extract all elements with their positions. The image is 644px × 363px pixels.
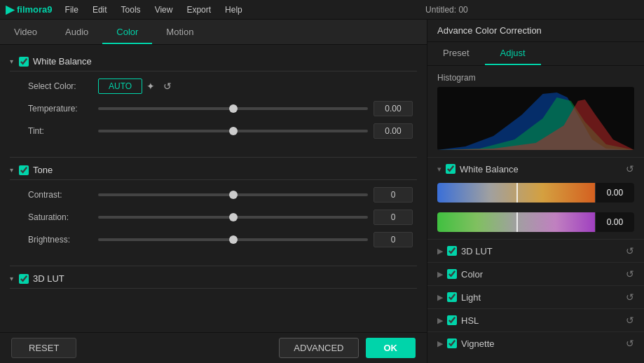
ok-button[interactable]: OK <box>366 338 416 358</box>
right-item-vignette[interactable]: ▶ Vignette ↺ <box>427 331 644 355</box>
vignette-right-label: Vignette <box>461 338 494 349</box>
tone-saturation-slider-container <box>98 216 368 219</box>
left-tabs: Video Audio Color Motion <box>0 20 427 45</box>
color-right-reset-icon[interactable]: ↺ <box>626 268 634 280</box>
section-tone-header[interactable]: ▾ Tone <box>0 160 427 179</box>
tab-color[interactable]: Color <box>102 21 152 44</box>
right-wb-label: White Balance <box>460 164 519 174</box>
menu-view[interactable]: View <box>148 4 180 16</box>
tone-saturation-slider[interactable] <box>98 216 368 219</box>
tone-contrast-slider[interactable] <box>98 193 368 196</box>
wb-tint-slider-container <box>98 130 368 132</box>
tone-contrast-row: Contrast: <box>28 187 413 203</box>
3dlut-checkbox[interactable] <box>19 274 29 284</box>
right-wb-section: ▾ White Balance ↺ Temperature 0.00 <box>427 157 644 235</box>
temperature-gradient-row: Temperature 0.00 <box>427 180 644 205</box>
tint-gradient-value: 0.00 <box>595 212 634 232</box>
right-scroll-area[interactable]: Histogram ▾ White Ba <box>427 66 644 363</box>
section-tone: ▾ Tone Contrast: <box>0 160 427 266</box>
histogram-svg <box>437 87 634 150</box>
tone-brightness-value[interactable] <box>374 232 413 247</box>
tone-saturation-row: Saturation: <box>28 210 413 225</box>
hsl-right-checkbox[interactable] <box>447 315 457 325</box>
vignette-right-checkbox[interactable] <box>447 338 457 348</box>
menu-help[interactable]: Help <box>218 4 249 16</box>
wb-collapse-arrow: ▾ <box>10 57 13 65</box>
tone-checkbox[interactable] <box>19 165 29 175</box>
section-white-balance-header[interactable]: ▾ White Balance <box>0 52 427 71</box>
tone-brightness-slider-container <box>98 238 368 241</box>
tab-adjust[interactable]: Adjust <box>485 42 541 65</box>
right-panel: Advance Color Correction Preset Adjust H… <box>427 20 644 363</box>
left-scroll-area[interactable]: ▾ White Balance Select Color: AUTO ✦ ↺ <box>0 45 427 332</box>
section-3d-lut: ▾ 3D LUT <box>0 269 427 289</box>
tab-audio[interactable]: Audio <box>51 21 102 44</box>
wb-tint-label: Tint: <box>28 126 98 136</box>
right-item-hsl[interactable]: ▶ HSL ↺ <box>427 308 644 331</box>
tab-preset[interactable]: Preset <box>427 42 485 65</box>
tint-thumb <box>516 212 518 232</box>
tone-brightness-label: Brightness: <box>28 235 98 245</box>
tone-contrast-label: Contrast: <box>28 190 98 200</box>
wb-tint-value[interactable] <box>374 123 413 139</box>
tone-saturation-label: Saturation: <box>28 212 98 222</box>
right-item-light[interactable]: ▶ Light ↺ <box>427 285 644 308</box>
right-item-3dlut[interactable]: ▶ 3D LUT ↺ <box>427 239 644 262</box>
tone-saturation-value[interactable] <box>374 210 413 225</box>
eyedropper-icon[interactable]: ✦ <box>142 79 159 93</box>
reset-wb-icon[interactable]: ↺ <box>159 79 176 93</box>
3dlut-right-checkbox[interactable] <box>447 246 457 256</box>
right-wb-checkbox[interactable] <box>446 164 455 174</box>
tone-collapse-arrow: ▾ <box>10 166 13 174</box>
hsl-right-label: HSL <box>461 315 479 326</box>
wb-temperature-slider-container <box>98 107 368 110</box>
right-wb-arrow: ▾ <box>437 165 441 174</box>
wb-checkbox-label: White Balance <box>19 56 92 67</box>
color-right-arrow: ▶ <box>437 270 443 279</box>
menu-export[interactable]: Export <box>179 4 218 16</box>
wb-tint-slider[interactable] <box>98 130 368 132</box>
light-right-checkbox[interactable] <box>447 292 457 302</box>
vignette-right-arrow: ▶ <box>437 339 443 348</box>
tab-motion[interactable]: Motion <box>152 21 207 44</box>
app-logo: ▶ filmora9 <box>6 3 53 16</box>
wb-select-color-label: Select Color: <box>28 81 98 91</box>
3dlut-right-reset-icon[interactable]: ↺ <box>626 245 634 256</box>
tone-checkbox-label: Tone <box>19 165 53 175</box>
right-tabs: Preset Adjust <box>427 42 644 66</box>
advanced-button[interactable]: ADVANCED <box>279 338 358 358</box>
wb-temperature-row: Temperature: <box>28 101 413 116</box>
3dlut-right-arrow: ▶ <box>437 247 443 256</box>
histogram-section: Histogram <box>427 66 644 157</box>
reset-button[interactable]: RESET <box>11 338 76 358</box>
wb-tint-row: Tint: <box>28 123 413 139</box>
right-item-color[interactable]: ▶ Color ↺ <box>427 262 644 285</box>
menu-tools[interactable]: Tools <box>114 4 148 16</box>
3dlut-collapse-arrow: ▾ <box>10 275 13 282</box>
temperature-gradient-value: 0.00 <box>595 183 634 203</box>
right-buttons: ADVANCED OK <box>279 338 416 358</box>
temperature-thumb <box>516 183 518 203</box>
wb-temperature-value[interactable] <box>374 101 413 116</box>
tint-gradient-row: Tint 0.00 <box>427 210 644 235</box>
window-title: Untitled: 00 <box>255 5 638 15</box>
wb-checkbox[interactable] <box>19 57 29 67</box>
menu-edit[interactable]: Edit <box>85 4 114 16</box>
wb-temperature-slider[interactable] <box>98 107 368 110</box>
hsl-right-reset-icon[interactable]: ↺ <box>626 315 634 326</box>
vignette-right-reset-icon[interactable]: ↺ <box>626 338 634 349</box>
light-right-reset-icon[interactable]: ↺ <box>626 292 634 303</box>
tone-divider-bottom <box>10 266 417 266</box>
tone-brightness-row: Brightness: <box>28 232 413 247</box>
right-wb-header[interactable]: ▾ White Balance ↺ <box>427 158 644 180</box>
section-white-balance: ▾ White Balance Select Color: AUTO ✦ ↺ <box>0 52 427 158</box>
color-right-checkbox[interactable] <box>447 269 457 279</box>
auto-button[interactable]: AUTO <box>98 78 142 94</box>
section-3dlut-header[interactable]: ▾ 3D LUT <box>0 269 427 288</box>
wb-temperature-label: Temperature: <box>28 104 98 114</box>
menu-file[interactable]: File <box>58 4 85 16</box>
tab-video[interactable]: Video <box>0 21 51 44</box>
tone-contrast-value[interactable] <box>374 187 413 203</box>
right-wb-reset-icon[interactable]: ↺ <box>626 163 634 174</box>
tone-brightness-slider[interactable] <box>98 238 368 241</box>
